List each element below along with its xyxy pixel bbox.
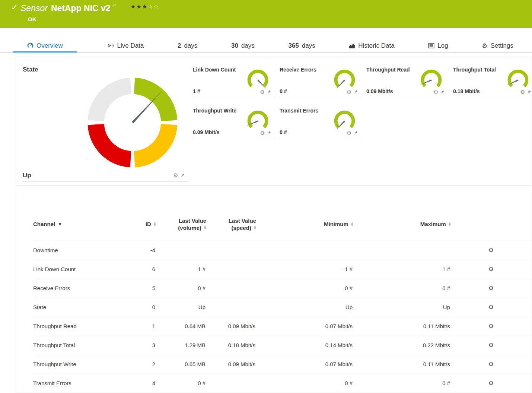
gear-icon[interactable]: ⚙ — [260, 89, 265, 95]
column-label: Last Value — [229, 218, 256, 224]
table-row-state[interactable]: State 0 Up Up Up ⚙ — [33, 298, 532, 317]
state-value: Up — [23, 172, 31, 179]
maximum-value: 0 # — [353, 374, 451, 393]
maximum-value: Up — [353, 298, 451, 317]
mini-gauge-label: Transmit Errors — [280, 108, 318, 114]
last-value-volume: 0 # — [156, 279, 206, 298]
table-row-downtime[interactable]: Downtime -4 ⚙ — [33, 241, 532, 260]
column-header-id[interactable]: ID ▲▼ — [113, 208, 156, 241]
mini-gauge-card-throughput-write: Throughput Write 0.09 Mbit/s ⚙ — [193, 103, 275, 138]
tab-365-days[interactable]: 365 days — [285, 39, 318, 52]
gear-icon[interactable]: ⚙ — [173, 172, 178, 179]
gear-icon[interactable]: ⚙ — [488, 304, 494, 311]
maximum-value — [353, 241, 451, 260]
gear-icon[interactable]: ⚙ — [488, 247, 494, 254]
gear-icon[interactable]: ⚙ — [520, 89, 525, 95]
sort-icon: ▲▼ — [254, 225, 256, 230]
channel-name: Transmit Errors — [33, 374, 113, 393]
tab-number: 30 — [231, 42, 238, 50]
pin-icon[interactable] — [181, 173, 185, 178]
tab-30-days[interactable]: 30 days — [228, 39, 258, 52]
gear-icon[interactable]: ⚙ — [433, 89, 438, 95]
star-empty-icons[interactable]: ☆☆ — [147, 3, 159, 10]
table-row-transmit-errors[interactable]: Transmit Errors 4 0 # 0 # 0 # ⚙ — [33, 374, 532, 393]
gear-icon[interactable]: ⚙ — [488, 380, 494, 387]
last-value-volume: 0 # — [156, 374, 206, 393]
channel-table-panel: Channel ▼ ID ▲▼ Last Value (volume) ▲▼ — [16, 192, 532, 393]
channel-id: 3 — [113, 336, 156, 355]
pin-icon[interactable] — [441, 90, 445, 94]
tab-label: days — [184, 42, 197, 50]
tab-label: Log — [437, 42, 448, 50]
mini-gauge — [420, 68, 443, 92]
channel-id: 1 — [113, 317, 156, 336]
mini-gauge-value: 0.18 Mbit/s — [453, 88, 480, 94]
tab-live-data[interactable]: Live Data — [105, 39, 147, 52]
channel-id: 0 — [113, 298, 156, 317]
tab-bar: Overview Live Data 2 days 30 days 365 da… — [0, 39, 532, 53]
pin-icon[interactable] — [267, 131, 271, 135]
column-header-last-value-volume[interactable]: Last Value (volume) ▲▼ — [156, 208, 206, 241]
column-label: Last Value — [179, 218, 206, 224]
gear-icon[interactable]: ⚙ — [347, 89, 351, 95]
gear-icon[interactable]: ⚙ — [347, 130, 351, 136]
column-header-maximum[interactable]: Maximum ▲▼ — [353, 208, 451, 241]
tab-log[interactable]: Log — [425, 39, 451, 52]
column-label: Channel — [33, 221, 55, 227]
channel-table: Channel ▼ ID ▲▼ Last Value (volume) ▲▼ — [33, 208, 532, 393]
pin-icon[interactable] — [354, 90, 358, 94]
channel-name: Receive Errors — [33, 279, 113, 298]
maximum-value: 0 # — [353, 279, 451, 298]
sensor-header: ✓ Sensor NetApp NIC v2 ⚐ ★★★☆☆ OK — [0, 0, 532, 28]
minimum-value — [256, 241, 353, 260]
table-row-throughput-write[interactable]: Throughput Write 2 0.65 MB 0.09 Mbit/s 0… — [33, 355, 532, 374]
sensor-status: OK — [28, 16, 36, 22]
state-title: State — [23, 66, 38, 73]
pin-icon[interactable] — [528, 90, 531, 94]
gear-icon[interactable]: ⚙ — [488, 361, 494, 368]
minimum-value: 0.07 Mbit/s — [256, 355, 353, 374]
channel-id: -4 — [113, 241, 156, 260]
tab-settings[interactable]: ⚙ Settings — [479, 39, 516, 52]
minimum-value: 0 # — [256, 374, 353, 393]
table-row-link-down-count[interactable]: Link Down Count 6 1 # 1 # 1 # ⚙ — [33, 260, 532, 279]
column-header-channel[interactable]: Channel ▼ — [33, 208, 113, 241]
tab-overview[interactable]: Overview — [13, 39, 77, 52]
minimum-value: 0.07 Mbit/s — [256, 317, 353, 336]
column-label: Maximum — [420, 221, 446, 227]
tab-2-days[interactable]: 2 days — [175, 39, 200, 52]
tab-number: 2 — [178, 42, 181, 50]
tab-label: Settings — [491, 42, 513, 50]
table-row-throughput-read[interactable]: Throughput Read 1 0.64 MB 0.09 Mbit/s 0.… — [33, 317, 532, 336]
star-filled-icons[interactable]: ★★★ — [130, 3, 147, 10]
gauges-panel: State Up ⚙ Link Down Count 1 — [16, 57, 532, 186]
gear-icon[interactable]: ⚙ — [488, 342, 494, 349]
last-value-volume: 0.64 MB — [156, 317, 206, 336]
tab-historic-data[interactable]: Historic Data — [346, 39, 397, 52]
priority-stars[interactable]: ★★★☆☆ — [130, 3, 159, 10]
pin-icon[interactable] — [267, 90, 271, 94]
sensor-title: NetApp NIC v2 — [51, 3, 111, 13]
gear-icon[interactable]: ⚙ — [260, 130, 265, 136]
last-value-speed: 0.09 Mbit/s — [206, 355, 256, 374]
gear-icon[interactable]: ⚙ — [488, 285, 494, 292]
check-icon: ✓ — [11, 3, 18, 12]
maximum-value: 0.11 Mbit/s — [353, 317, 451, 336]
state-gauge — [87, 77, 178, 168]
column-header-minimum[interactable]: Minimum ▲▼ — [256, 208, 353, 241]
column-header-last-value-speed[interactable]: Last Value (speed) ▲▼ — [206, 208, 256, 241]
last-value-speed — [206, 241, 256, 260]
mini-gauge-label: Receive Errors — [280, 67, 316, 73]
flag-icon[interactable]: ⚐ — [112, 3, 117, 8]
table-row-throughput-total[interactable]: Throughput Total 3 1.29 MB 0.18 Mbit/s 0… — [33, 336, 532, 355]
last-value-volume: 1 # — [156, 260, 206, 279]
last-value-speed: 0.09 Mbit/s — [206, 317, 256, 336]
last-value-volume: Up — [156, 298, 206, 317]
pin-icon[interactable] — [354, 131, 358, 135]
table-row-receive-errors[interactable]: Receive Errors 5 0 # 0 # 0 # ⚙ — [33, 279, 532, 298]
gear-icon[interactable]: ⚙ — [488, 323, 494, 330]
gear-icon[interactable]: ⚙ — [488, 266, 494, 273]
last-value-volume: 1.29 MB — [156, 336, 206, 355]
mini-gauge-card-throughput-total: Throughput Total 0.18 Mbit/s ⚙ — [453, 62, 532, 97]
mini-gauge-label: Link Down Count — [193, 67, 236, 73]
